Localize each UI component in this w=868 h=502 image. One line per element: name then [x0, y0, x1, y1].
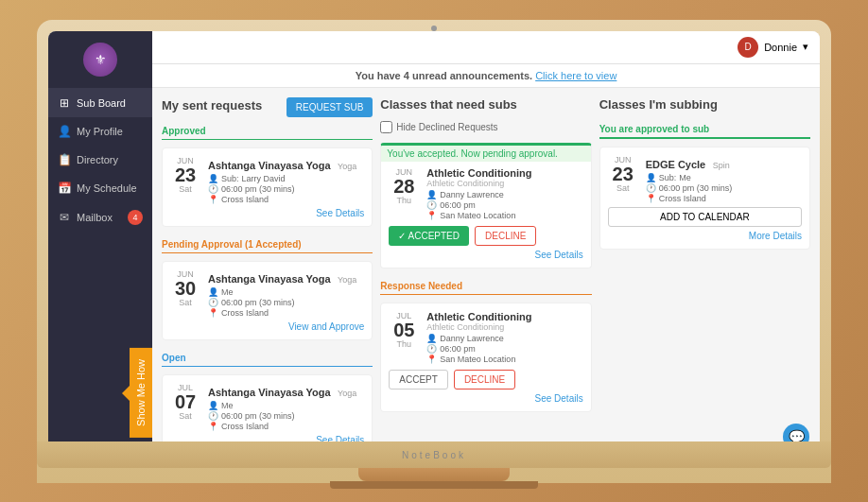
sidebar-item-mailbox[interactable]: ✉ Mailbox 4 [48, 202, 152, 233]
sub-label: Sub: [659, 173, 677, 182]
class-location-detail: 📍 San Mateo Location [426, 211, 582, 220]
decline-button[interactable]: DECLINE [454, 370, 515, 389]
schedule-icon: 📅 [58, 182, 71, 195]
view-approve-link[interactable]: View and Approve [170, 321, 364, 332]
sidebar-item-label: Sub Board [77, 97, 126, 109]
date-day: 23 [170, 165, 200, 184]
class-sub-type: Athletic Conditioning [426, 322, 582, 332]
classes-subbing-title: Classes I'm subbing [599, 97, 810, 112]
class-time-detail: 🕐 06:00 pm (30 mins) [646, 183, 802, 193]
clock-icon: 🕐 [426, 200, 437, 210]
accepted-button[interactable]: ✓ ACCEPTED [389, 226, 469, 246]
user-dropdown-icon[interactable]: ▾ [803, 41, 808, 53]
class-location-detail: 📍 Cross Island [646, 194, 802, 203]
top-bar: D Donnie ▾ [152, 31, 820, 64]
response-needed-label: Response Needed [380, 278, 591, 295]
date-day: 23 [608, 164, 638, 183]
sidebar-item-myschedule[interactable]: 📅 My Schedule [48, 174, 152, 202]
more-details-link[interactable]: More Details [608, 231, 802, 241]
location-icon: 📍 [646, 194, 656, 203]
show-me-how-button[interactable]: Show Me How [130, 348, 152, 438]
sent-requests-title: My sent requests [162, 98, 262, 113]
decline-button[interactable]: DECLINE [475, 226, 536, 246]
show-me-how-arrow [122, 385, 130, 400]
class-info: Ashtanga Vinayasa Yoga Yoga 👤 Me 🕐 [208, 269, 364, 318]
sent-requests-header-row: My sent requests REQUEST SUB [162, 97, 373, 117]
subboard-icon: ⊞ [58, 96, 71, 110]
open-label: Open [162, 350, 373, 367]
class-name: Ashtanga Vinayasa Yoga [208, 387, 331, 398]
date-block: Jun 28 Thu [389, 167, 419, 205]
announcement-link[interactable]: Click here to view [535, 70, 616, 81]
date-dow: Thu [389, 339, 419, 349]
person-icon: 👤 [208, 401, 218, 410]
directory-icon: 📋 [58, 153, 71, 166]
mailbox-icon: ✉ [58, 211, 71, 224]
see-details-link[interactable]: See Details [389, 250, 582, 260]
date-block: Jul 05 Thu [389, 311, 419, 349]
hide-declined-checkbox[interactable] [380, 121, 392, 133]
sidebar-item-label: My Schedule [77, 182, 137, 194]
date-block: Jun 30 Sat [170, 269, 200, 307]
date-day: 30 [170, 279, 200, 298]
class-type: Yoga [338, 275, 356, 285]
date-day: 05 [389, 320, 419, 339]
class-location-detail: 📍 Cross Island [208, 422, 364, 431]
class-type: Spin [713, 161, 730, 170]
classes-subbing-column: Classes I'm subbing You are approved to … [599, 97, 810, 457]
date-month: Jun [170, 269, 200, 279]
class-location-detail: 📍 San Mateo Location [426, 355, 582, 364]
sidebar-item-label: Mailbox [77, 212, 113, 223]
class-name: Ashtanga Vinayasa Yoga [208, 273, 331, 285]
date-month: Jun [608, 155, 638, 164]
add-to-calendar-button[interactable]: ADD TO CALENDAR [608, 207, 802, 227]
laptop-brand: NoteBook [37, 441, 831, 468]
class-info: Athletic Conditioning Athletic Condition… [426, 167, 582, 220]
you-approved-label: You are approved to sub [599, 121, 810, 139]
clock-icon: 🕐 [208, 298, 218, 307]
class-sub-detail: 👤 Me [208, 287, 364, 297]
table-row: Jun 23 Sat Ashtanga Vinayasa Yoga Yoga [162, 147, 373, 227]
class-time-detail: 🕐 06:00 pm (30 mins) [208, 184, 364, 194]
user-area: D Donnie ▾ [738, 37, 808, 58]
table-row: Jun 23 Sat EDGE Cycle Spin [599, 147, 810, 250]
location-icon: 📍 [208, 195, 218, 204]
date-dow: Sat [170, 298, 200, 307]
table-row: Jul 05 Thu Athletic Conditioning Athleti… [380, 303, 591, 412]
see-details-link[interactable]: See Details [389, 393, 582, 404]
class-name: Athletic Conditioning [426, 311, 582, 322]
class-type: Yoga [338, 162, 356, 171]
person-icon: 👤 [646, 173, 656, 182]
clock-icon: 🕐 [208, 411, 218, 421]
sidebar: ⚜ ⊞ Sub Board 👤 My Profile 📋 Directory 📅… [48, 31, 152, 457]
person-icon: 👤 [426, 334, 437, 343]
sidebar-item-myprofile[interactable]: 👤 My Profile [48, 117, 152, 146]
accept-button[interactable]: ACCEPT [389, 370, 448, 389]
sidebar-item-label: Directory [77, 154, 118, 165]
class-time-detail: 🕐 06:00 pm [426, 344, 582, 354]
hide-declined-label: Hide Declined Requests [396, 122, 497, 132]
class-row: Jun 30 Sat Ashtanga Vinayasa Yoga Yoga [170, 269, 364, 318]
class-time-detail: 🕐 06:00 pm (30 mins) [208, 411, 364, 421]
columns-area: My sent requests REQUEST SUB Approved Ju… [152, 88, 820, 457]
clock-icon: 🕐 [208, 184, 218, 194]
table-row: Jun 30 Sat Ashtanga Vinayasa Yoga Yoga [162, 261, 373, 340]
class-instructor-detail: 👤 Danny Lawrence [426, 190, 582, 199]
class-location-detail: 📍 Cross Island [208, 308, 364, 318]
sidebar-item-directory[interactable]: 📋 Directory [48, 146, 152, 174]
sidebar-item-label: My Profile [77, 126, 123, 137]
date-day: 28 [389, 177, 419, 196]
class-sub-detail: 👤 Me [208, 401, 364, 410]
sidebar-item-subboard[interactable]: ⊞ Sub Board [48, 89, 152, 117]
class-location-detail: 📍 Cross Island [208, 195, 364, 204]
see-details-link[interactable]: See Details [170, 208, 364, 218]
classes-need-subs-title: Classes that need subs [380, 97, 591, 112]
class-info: Athletic Conditioning Athletic Condition… [426, 311, 582, 364]
request-sub-button[interactable]: REQUEST SUB [286, 97, 373, 117]
approved-label: Approved [162, 123, 373, 140]
hide-declined-row: Hide Declined Requests [380, 121, 591, 133]
class-info: Ashtanga Vinayasa Yoga Yoga 👤 Sub: Larry… [208, 156, 364, 204]
accepted-banner: You've accepted. Now pending approval. [381, 146, 590, 162]
class-info: EDGE Cycle Spin 👤 Sub: Me 🕐 [646, 155, 802, 203]
class-name: Ashtanga Vinayasa Yoga [208, 160, 331, 171]
